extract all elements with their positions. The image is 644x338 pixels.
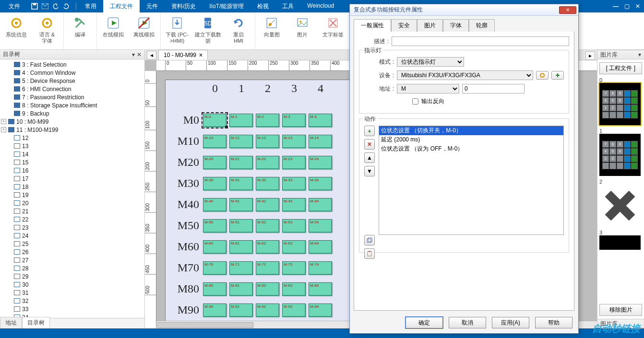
grid-cell[interactable]: M-41 (229, 198, 253, 211)
addr-value-input[interactable] (462, 84, 525, 93)
tree-item[interactable]: 29 (0, 272, 144, 280)
close-panel-icon[interactable]: ✕ (137, 51, 142, 58)
dialog-tab[interactable]: 一般属性 (354, 19, 391, 32)
grid-cell[interactable]: M-92 (256, 303, 279, 317)
tree-item[interactable]: 24 (0, 232, 144, 240)
grid-cell[interactable]: M-81 (229, 282, 253, 296)
grid-cell[interactable]: M-14 (309, 135, 332, 148)
dialog-tab[interactable]: 安全 (391, 19, 417, 32)
invert-checkbox[interactable] (412, 98, 418, 105)
grid-cell[interactable]: M-70 (203, 261, 227, 275)
addr-type-select[interactable]: M (397, 84, 459, 93)
grid-cell[interactable]: M-54 (309, 219, 332, 233)
mail-icon[interactable] (41, 2, 49, 10)
ribbon-button[interactable]: 编译 (65, 14, 95, 48)
grid-cell[interactable]: M-13 (282, 135, 306, 148)
grid-cell[interactable]: M-40 (203, 198, 227, 211)
tree-item[interactable]: 5 : Device Response (0, 77, 144, 85)
action-list[interactable]: 位状态设置 （切换开关，M-0）延迟 (2000 ms)位状态设置 （设为 OF… (379, 126, 564, 235)
ribbon-button[interactable]: 重启 HMI (223, 14, 254, 48)
tree-item[interactable]: 7 : Password Restriction (0, 93, 144, 101)
mode-select[interactable]: 位状态指示灯 (397, 57, 464, 67)
ribbon-button[interactable]: 图片 (287, 14, 318, 48)
ribbon-button[interactable]: 语言 & 字体 (32, 14, 62, 48)
ribbon-button[interactable]: 离线模拟 (129, 14, 159, 48)
grid-cell[interactable]: M-51 (229, 219, 253, 233)
grid-cell[interactable]: M-82 (256, 282, 279, 296)
library-project-button[interactable]: [ 工程文件 ] (599, 62, 642, 74)
ribbon-tab[interactable]: 工具 (275, 0, 300, 12)
tree-item[interactable]: 20 (0, 199, 144, 207)
dialog-tab[interactable]: 字体 (443, 19, 469, 32)
grid-cell[interactable]: M-34 (309, 177, 332, 190)
grid-cell[interactable]: M-93 (282, 303, 306, 317)
grid-cell[interactable]: M-71 (229, 261, 253, 275)
grid-cell[interactable]: M-4 (309, 114, 332, 127)
device-settings-icon[interactable] (536, 71, 549, 80)
tree-item[interactable]: 26 (0, 248, 144, 256)
close-icon[interactable]: ✕ (635, 3, 640, 10)
doc-tab-nav-right[interactable]: ▸ (585, 51, 595, 60)
ribbon-button[interactable]: 在线模拟 (98, 14, 129, 48)
doc-tab-nav-left[interactable]: ◂ (147, 51, 156, 59)
tree-item[interactable]: 23 (0, 223, 144, 232)
tree-item[interactable]: +10 : M0-M99 (0, 117, 144, 126)
grid-cell[interactable]: M-24 (309, 156, 332, 169)
tree-view[interactable]: 3 : Fast Selection4 : Common Window5 : D… (0, 59, 144, 318)
library-remove-button[interactable]: 移除图片 (599, 304, 642, 316)
tree-item[interactable]: 31 (0, 289, 144, 297)
grid-cell[interactable]: M-33 (282, 177, 306, 190)
tree-item[interactable]: 32 (0, 297, 144, 305)
grid-cell[interactable]: M-10 (203, 135, 227, 148)
tree-item[interactable]: 19 (0, 191, 144, 199)
tree-item[interactable]: 22 (0, 215, 144, 223)
grid-cell[interactable]: M-12 (256, 135, 279, 148)
grid-cell[interactable]: M-72 (256, 261, 279, 275)
redo-icon[interactable] (62, 2, 70, 10)
help-button[interactable]: 帮助 (535, 317, 572, 328)
cancel-button[interactable]: 取消 (449, 317, 486, 328)
dialog-titlebar[interactable]: 复合式多功能按钮元件属性 ✕ (350, 4, 578, 16)
ribbon-tab[interactable]: Weincloud (300, 0, 341, 12)
grid-cell[interactable]: M-3 (282, 114, 306, 127)
grid-cell[interactable]: M-63 (282, 240, 306, 254)
grid-cell[interactable]: M-60 (203, 240, 227, 254)
grid-cell[interactable]: M-32 (256, 177, 279, 190)
dialog-tab[interactable]: 轮廓 (469, 19, 495, 32)
action-copy-button[interactable] (364, 235, 375, 245)
grid-cell[interactable]: M-42 (256, 198, 279, 211)
grid-cell[interactable]: M-22 (256, 156, 279, 169)
dropdown-icon[interactable]: ▾ (132, 51, 135, 58)
grid-cell[interactable]: M-20 (203, 156, 227, 169)
tree-item[interactable]: 15 (0, 158, 144, 166)
dialog-close-button[interactable]: ✕ (559, 6, 576, 14)
menu-file[interactable]: 文件 (2, 0, 27, 12)
tree-item[interactable]: 33 (0, 305, 144, 313)
tree-item[interactable]: 13 (0, 142, 144, 150)
ok-button[interactable]: 确定 (405, 317, 443, 328)
document-tab[interactable]: 10 - M0-M99 × (158, 50, 208, 60)
maximize-icon[interactable]: ▢ (624, 3, 630, 10)
library-item[interactable]: 3 (599, 230, 642, 250)
library-item[interactable]: 178945612 (599, 128, 642, 176)
tree-item[interactable]: 9 : Backup (0, 109, 144, 117)
grid-cell[interactable]: M-30 (203, 177, 227, 190)
desc-input[interactable] (392, 36, 569, 46)
grid-cell[interactable]: M-50 (203, 219, 227, 233)
tree-item[interactable]: +11 : M100-M199 (0, 126, 144, 134)
ribbon-tab[interactable]: 检视 (250, 0, 275, 12)
grid-cell[interactable]: M-53 (282, 219, 306, 233)
tree-bottom-tab[interactable]: 地址 (0, 317, 22, 328)
grid-cell[interactable]: M-80 (203, 282, 227, 296)
grid-cell[interactable]: M-1 (229, 114, 253, 127)
grid-cell[interactable]: M-43 (282, 198, 306, 211)
library-dropdown-icon[interactable]: ▾ (638, 51, 641, 58)
grid-cell[interactable]: M-74 (309, 261, 332, 275)
undo-icon[interactable] (52, 2, 60, 10)
grid-cell[interactable]: M-84 (309, 282, 332, 296)
tree-item[interactable]: 30 (0, 280, 144, 289)
ribbon-tab[interactable]: IIoT/能源管理 (203, 0, 250, 12)
grid-cell[interactable]: M-44 (309, 198, 332, 211)
tree-item[interactable]: 3 : Fast Selection (0, 60, 144, 69)
grid-cell[interactable]: M-2 (256, 114, 279, 127)
